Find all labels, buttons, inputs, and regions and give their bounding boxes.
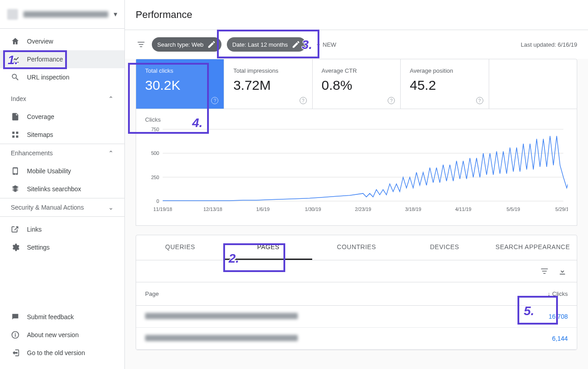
tab-queries[interactable]: QUERIES [136,235,224,260]
nav-label: Overview [27,38,53,45]
property-favicon [7,9,18,20]
chevron-down-icon: ⌄ [108,204,114,211]
coverage-icon [11,112,20,121]
filter-chip-date[interactable]: Date: Last 12 months [227,37,306,52]
help-icon[interactable]: ? [388,97,395,104]
chip-label: Search type: Web [157,41,203,48]
table-toolbar [136,260,577,282]
chip-label: Date: Last 12 months [232,41,288,48]
svg-text:2/23/19: 2/23/19 [355,206,371,212]
pencil-icon [207,40,216,49]
group-title: Enhancements [11,149,53,157]
sidebar-item-mobile-usability[interactable]: Mobile Usability [0,162,124,180]
tab-countries[interactable]: COUNTRIES [312,235,400,260]
add-filter-button[interactable]: + NEW [311,39,342,51]
sidebar-item-links[interactable]: Links [0,220,124,238]
feedback-icon [11,312,20,321]
filter-bar: Search type: Web Date: Last 12 months + … [125,30,588,59]
home-icon [11,37,20,46]
nav-label: Sitelinks searchbox [27,185,81,193]
sidebar-item-sitemaps[interactable]: Sitemaps [0,126,124,144]
row-page-blurred [145,313,298,319]
svg-text:3/18/19: 3/18/19 [405,206,421,212]
group-title: Index [11,95,26,102]
table-header: Page ↓ Clicks [136,282,577,306]
download-icon[interactable] [557,266,568,277]
main-content: Performance Search type: Web Date: Last … [125,0,588,369]
metric-label: Total clicks [145,67,215,74]
filter-icon[interactable] [136,39,146,50]
svg-text:500: 500 [151,150,159,156]
metric-value: 30.2K [145,78,215,93]
col-clicks[interactable]: ↓ Clicks [548,290,568,297]
svg-text:1/6/19: 1/6/19 [256,206,270,212]
group-title: Security & Manual Actions [11,204,84,211]
svg-text:1/30/19: 1/30/19 [305,206,321,212]
chart-container: Clicks 025050075011/19/1812/13/181/6/191… [136,109,577,226]
nav-label: Sitemaps [27,131,53,138]
metric-card-average-position[interactable]: Average position45.2? [401,59,489,109]
search-icon [11,73,20,82]
metric-card-total-clicks[interactable]: Total clicks30.2K? [136,59,224,109]
property-selector[interactable]: ▾ [0,0,124,29]
metric-label: Total impressions [233,67,303,74]
nav-group-index[interactable]: Index⌃ [0,90,124,108]
tab-devices[interactable]: DEVICES [401,235,489,260]
svg-text:5/29/19: 5/29/19 [555,206,568,212]
tab-pages[interactable]: PAGES [224,235,312,260]
sidebar: ▾ OverviewPerformanceURL inspection Inde… [0,0,125,369]
row-clicks: 16,708 [548,313,568,320]
new-label: NEW [323,41,336,48]
nav-label: About new version [27,331,79,338]
col-page: Page [145,290,159,297]
svg-text:12/13/18: 12/13/18 [203,206,222,212]
metric-card-empty [489,59,577,109]
chevron-down-icon: ▾ [114,10,117,18]
sitemap-icon [11,130,20,139]
nav-label: Settings [27,244,50,251]
filter-chip-search-type[interactable]: Search type: Web [152,37,221,52]
links-icon [11,225,20,234]
sidebar-item-settings[interactable]: Settings [0,238,124,256]
sidebar-item-overview[interactable]: Overview [0,32,124,50]
exit-icon [11,348,20,357]
nav-label: Go to the old version [27,349,85,356]
metric-card-average-ctr[interactable]: Average CTR0.8%? [313,59,401,109]
clicks-chart: 025050075011/19/1812/13/181/6/191/30/192… [145,125,568,215]
nav-group-security-manual-actions[interactable]: Security & Manual Actions⌄ [0,198,124,216]
sidebar-item-about-new-version[interactable]: About new version [0,326,124,344]
sidebar-item-sitelinks-searchbox[interactable]: Sitelinks searchbox [0,180,124,198]
metric-value: 3.72M [233,78,303,93]
table-row[interactable]: 16,708 [136,306,577,328]
tab-search-appearance[interactable]: SEARCH APPEARANCE [489,235,577,260]
settings-icon [11,243,20,252]
page-header: Performance [125,0,588,30]
metric-card-total-impressions[interactable]: Total impressions3.72M? [224,59,312,109]
sidebar-item-performance[interactable]: Performance [0,50,124,68]
chevron-up-icon: ⌃ [108,149,114,157]
last-updated: Last updated: 6/16/19 [521,41,577,48]
metric-value: 45.2 [410,78,479,93]
nav-label: URL inspection [27,74,69,81]
chart-icon [11,55,20,64]
help-icon[interactable]: ? [300,97,307,104]
row-page-blurred [145,335,298,341]
svg-text:11/19/18: 11/19/18 [153,206,172,212]
table-row[interactable]: 6,144 [136,328,577,350]
sidebar-item-url-inspection[interactable]: URL inspection [0,68,124,86]
table-filter-icon[interactable] [539,266,550,277]
sort-arrow-icon: ↓ [548,290,551,297]
sidebar-item-coverage[interactable]: Coverage [0,108,124,126]
svg-text:750: 750 [151,127,159,132]
help-icon[interactable]: ? [476,97,483,104]
nav-group-enhancements[interactable]: Enhancements⌃ [0,144,124,162]
nav-label: Submit feedback [27,313,74,321]
help-icon[interactable]: ? [211,97,218,104]
property-name-blurred [23,11,108,18]
metric-cards: Total clicks30.2K?Total impressions3.72M… [136,59,577,109]
table-card: QUERIESPAGESCOUNTRIESDEVICESSEARCH APPEA… [136,235,577,350]
info-icon [11,330,20,339]
sidebar-item-submit-feedback[interactable]: Submit feedback [0,308,124,326]
sidebar-item-go-to-the-old-version[interactable]: Go to the old version [0,344,124,362]
dimension-tabs: QUERIESPAGESCOUNTRIESDEVICESSEARCH APPEA… [136,235,577,260]
